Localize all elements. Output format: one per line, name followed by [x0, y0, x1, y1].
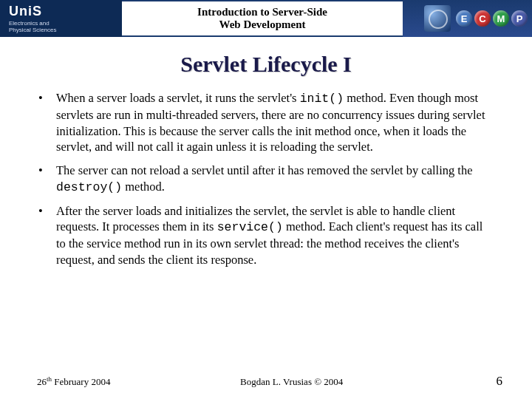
code-span: service() — [217, 220, 283, 234]
slide-header: UniS Electronics and Physical Sciences I… — [0, 0, 532, 37]
slide-footer: 26th February 2004 Bogdan L. Vrusias © 2… — [0, 374, 532, 389]
org-name: UniS — [9, 4, 122, 19]
badge-m-icon: M — [493, 10, 509, 27]
bullet-text: After the server loads and initializes t… — [56, 203, 494, 268]
header-title: Introduction to Server-Side Web Developm… — [122, 0, 403, 37]
bullet-item: • The server can not reload a servlet un… — [38, 163, 494, 196]
bullet-marker: • — [38, 203, 56, 268]
bullet-marker: • — [38, 90, 56, 155]
footer-author: Bogdan L. Vrusias © 2004 — [110, 376, 473, 388]
dept-name: Electronics and Physical Sciences — [9, 21, 122, 34]
badge-e-icon: E — [456, 10, 472, 27]
slide-body: • When a server loads a servlet, it runs… — [0, 77, 532, 268]
badge-c-icon: C — [474, 10, 491, 27]
slide-title: Servlet Lifecycle I — [0, 52, 532, 77]
org-block: UniS Electronics and Physical Sciences — [0, 0, 122, 37]
code-span: init() — [300, 92, 344, 106]
code-span: destroy() — [56, 180, 122, 194]
bullet-item: • After the server loads and initializes… — [38, 203, 494, 268]
footer-page-number: 6 — [473, 374, 502, 389]
bullet-text: When a server loads a servlet, it runs t… — [56, 90, 494, 155]
footer-date: 26th February 2004 — [37, 375, 110, 388]
bullet-item: • When a server loads a servlet, it runs… — [38, 90, 494, 155]
bullet-text: The server can not reload a servlet unti… — [56, 163, 494, 196]
decorative-graphic — [424, 5, 451, 32]
header-badges: E C M P — [403, 0, 532, 37]
bullet-marker: • — [38, 163, 56, 196]
badge-p-icon: P — [511, 10, 528, 27]
